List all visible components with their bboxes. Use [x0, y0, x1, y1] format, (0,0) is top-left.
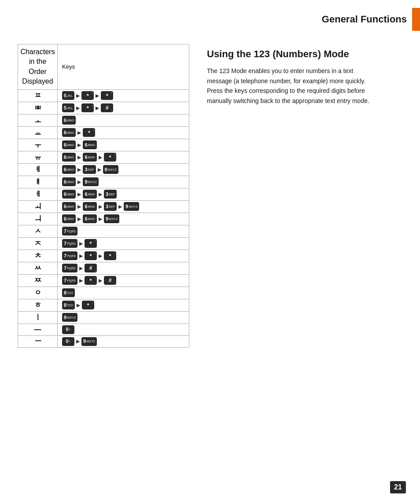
arrow-icon: ▶ — [77, 204, 81, 210]
char-cell: ㅃ — [18, 102, 58, 114]
key-badge: 6MNO — [62, 140, 76, 149]
char-cell: ㅇ — [18, 287, 58, 299]
arrow-icon: ▶ — [79, 265, 83, 271]
key-badge: *↑ — [101, 91, 113, 100]
char-cell: ㅍ — [18, 89, 58, 102]
arrow-icon: ▶ — [99, 191, 102, 197]
char-cell: ㅈ — [18, 237, 58, 250]
key-badge: #↓ — [85, 264, 97, 272]
table-row: ㅇ8TUV — [18, 287, 189, 299]
keys-cell: 0+ — [58, 324, 189, 335]
keys-cell: 6MNO▶9WXYZ — [58, 176, 189, 188]
key-badge: 6MNO — [83, 214, 96, 223]
key-badge: 7PQRS — [62, 276, 77, 285]
keys-cell: 7PQRS▶*↑▶#↓ — [58, 274, 189, 287]
key-badge: 6MNO — [83, 202, 96, 211]
arrow-icon: ▶ — [77, 167, 81, 173]
arrow-icon: ▶ — [77, 302, 80, 308]
arrow-icon: ▶ — [76, 338, 80, 344]
table-row: ㅍ5JKL▶*↑▶*↑ — [18, 89, 189, 102]
key-badge: 8TUV — [62, 288, 75, 297]
key-badge: 6MNO — [83, 140, 96, 149]
table-row: ㅜ6MNO▶6MNO — [18, 139, 189, 151]
keys-cell: 8TUV — [58, 287, 189, 299]
key-badge: 3DEF — [104, 202, 117, 211]
keys-cell: 5JKL▶*↑▶#↓ — [58, 102, 189, 114]
table-row: ㅚ6MNO▶6MNO▶3DEF▶9WXYZ — [18, 200, 189, 213]
key-badge: 7PQRS — [62, 227, 77, 235]
table-row: ㅒ6MNO▶9WXYZ — [18, 176, 189, 188]
arrow-icon: ▶ — [99, 216, 102, 222]
key-badge: 9WXYZ — [124, 202, 139, 211]
col-char-header: Charactersin the OrderDisplayed — [18, 44, 58, 90]
table-row: ᅳ0+▶9WXYZ — [18, 335, 189, 347]
char-cell: ㅒ — [18, 176, 58, 188]
key-badge: 9WXYZ — [103, 165, 118, 174]
key-badge: 7PQRS — [62, 239, 77, 248]
keys-cell: 6MNO▶6MNO▶3DEF — [58, 188, 189, 200]
keys-cell: 6MNO▶3DEF▶9WXYZ — [58, 163, 189, 176]
table-row: ㅃ5JKL▶*↑▶#↓ — [18, 102, 189, 114]
key-badge: *↑ — [83, 128, 95, 137]
char-cell: ㅆ — [18, 262, 58, 274]
arrow-icon: ▶ — [76, 105, 80, 111]
key-badge: 7PQRS — [62, 251, 77, 260]
header-accent-bar — [412, 8, 420, 31]
key-badge: 6MNO — [62, 202, 76, 211]
keys-cell: 6MNO▶6MNO▶9WXYZ — [58, 213, 189, 225]
key-badge: 5JKL — [62, 103, 74, 112]
char-cell: ㅔ — [18, 188, 58, 200]
keys-cell: 6MNO — [58, 114, 189, 126]
table-row: ㅅ7PQRS — [18, 225, 189, 237]
arrow-icon: ▶ — [96, 105, 99, 111]
char-cell: ㅗ — [18, 114, 58, 126]
arrow-icon: ▶ — [79, 278, 83, 283]
table-row: ㅆ7PQRS▶#↓ — [18, 262, 189, 274]
key-badge: 3DEF — [83, 165, 96, 174]
arrow-icon: ▶ — [77, 155, 81, 160]
keys-cell: 6MNO▶6MNO▶3DEF▶9WXYZ — [58, 200, 189, 213]
table-row: —0+ — [18, 324, 189, 335]
keys-cell: 7PQRS▶*↑▶*↑ — [58, 250, 189, 262]
table-row: ㅊ7PQRS▶*↑▶*↑ — [18, 250, 189, 262]
char-cell: ㅠ — [18, 151, 58, 163]
arrow-icon: ▶ — [79, 253, 83, 259]
key-badge: 8TUV — [62, 301, 75, 309]
arrow-icon: ▶ — [76, 93, 80, 99]
char-cell: ㅎ — [18, 299, 58, 311]
key-badge: 6MNO — [83, 153, 96, 162]
key-badge: 6MNO — [62, 153, 76, 162]
arrow-icon: ▶ — [98, 167, 101, 173]
char-cell: ㅛ — [18, 126, 58, 139]
key-badge: 5JKL — [62, 91, 74, 100]
col-keys-header: Keys — [58, 44, 189, 90]
right-section: Using the 123 (Numbers) Mode The 123 Mod… — [207, 44, 402, 348]
char-cell: — — [18, 324, 58, 335]
key-badge: 6MNO — [62, 214, 76, 223]
table-row: ㅣ9WXYZ — [18, 311, 189, 324]
key-badge: 0+ — [62, 325, 74, 334]
table-row: ㅛ6MNO▶*↑ — [18, 126, 189, 139]
keys-cell: 6MNO▶6MNO▶*↑ — [58, 151, 189, 163]
key-badge: 6MNO — [62, 128, 76, 137]
arrow-icon: ▶ — [77, 216, 81, 222]
key-badge: 7PQRS — [62, 264, 77, 272]
char-cell: ㅜ — [18, 139, 58, 151]
key-badge: 9WXYZ — [81, 337, 97, 346]
table-row: ㅎ8TUV▶*↑ — [18, 299, 189, 311]
arrow-icon: ▶ — [99, 155, 102, 160]
keys-cell: 8TUV▶*↑ — [58, 299, 189, 311]
key-badge: *↑ — [81, 103, 94, 112]
main-content: Charactersin the OrderDisplayed Keys ㅍ5J… — [0, 35, 420, 365]
arrow-icon: ▶ — [99, 278, 102, 283]
key-badge: 9WXYZ — [104, 214, 119, 223]
keys-cell: 6MNO▶*↑ — [58, 126, 189, 139]
table-row: ㅠ6MNO▶6MNO▶*↑ — [18, 151, 189, 163]
table-row: ㅖ6MNO▶3DEF▶9WXYZ — [18, 163, 189, 176]
key-badge: 6MNO — [62, 177, 76, 186]
section-body: The 123 Mode enables you to enter number… — [207, 66, 374, 106]
char-cell: ㅊ — [18, 250, 58, 262]
char-cell: ㅉ — [18, 274, 58, 287]
table-row: ㅉ7PQRS▶*↑▶#↓ — [18, 274, 189, 287]
arrow-icon: ▶ — [118, 204, 122, 210]
